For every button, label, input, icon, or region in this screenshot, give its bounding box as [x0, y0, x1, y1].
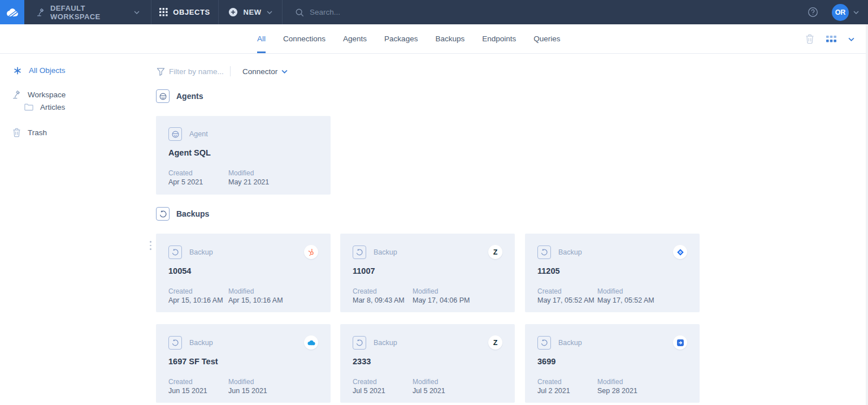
salesforce-icon — [304, 335, 318, 350]
card-title: 10054 — [168, 266, 318, 275]
card-title: Agent SQL — [168, 148, 318, 157]
card-title: 2333 — [353, 357, 502, 366]
objects-label: OBJECTS — [173, 8, 210, 16]
chevron-down-icon — [281, 70, 288, 74]
object-card-backup-11205[interactable]: Backup 11205 Created May 17, 05:52 AM Mo… — [525, 234, 700, 312]
tab-agents[interactable]: Agents — [343, 24, 367, 53]
scrollbar[interactable] — [866, 24, 868, 405]
tab-packages[interactable]: Packages — [384, 24, 418, 53]
modified-value: Jun 15 2021 — [228, 387, 267, 395]
card-title: 1697 SF Test — [168, 357, 318, 366]
backup-restore-icon — [156, 207, 170, 221]
backup-restore-icon — [353, 336, 366, 350]
workspace-icon — [36, 7, 45, 17]
created-value: Jun 15 2021 — [168, 387, 228, 395]
app-window: DEFAULT WORKSPACE OBJECTS NEW — [0, 0, 868, 405]
sidebar-label: Articles — [40, 103, 65, 111]
tabs: All Connections Agents Packages Backups … — [257, 24, 561, 53]
card-type-label: Backup — [189, 248, 213, 256]
card-header: Backup Z — [353, 335, 502, 350]
tab-endpoints[interactable]: Endpoints — [482, 24, 516, 53]
object-card-backup-1697-sf-test[interactable]: Backup 1697 SF Test Created Jun 15 2021 … — [156, 324, 331, 403]
search-input[interactable] — [310, 8, 445, 16]
object-card-backup-11007[interactable]: Backup Z 11007 Created Mar 8, 09:43 AM M… — [340, 234, 515, 312]
tab-queries[interactable]: Queries — [533, 24, 560, 53]
modified-label: Modified — [228, 287, 283, 295]
created-label: Created — [168, 287, 228, 295]
sidebar-label: Trash — [28, 128, 47, 137]
view-actions — [805, 24, 854, 54]
modified-label: Modified — [597, 287, 654, 295]
skyvia-cloud-logo[interactable] — [0, 0, 24, 24]
folder-icon — [24, 104, 34, 111]
created-value: May 17, 05:52 AM — [537, 296, 597, 304]
chevron-down-icon — [267, 11, 272, 14]
modified-label: Modified — [597, 378, 637, 386]
connector-filter-dropdown[interactable]: Connector — [242, 67, 288, 76]
modified-value: Apr 15, 10:16 AM — [228, 296, 283, 304]
search-icon — [295, 8, 304, 17]
card-type-label: Backup — [374, 339, 397, 347]
trash-icon[interactable] — [805, 34, 814, 44]
created-value: Jul 2 2021 — [537, 387, 597, 395]
sidebar-item-articles-folder[interactable]: Articles — [24, 103, 65, 111]
card-type-label: Backup — [558, 339, 582, 347]
tab-connections[interactable]: Connections — [283, 24, 326, 53]
tab-all[interactable]: All — [257, 24, 266, 53]
card-type-label: Agent — [189, 130, 208, 138]
modified-value: May 17, 05:52 AM — [597, 296, 654, 304]
workspace-switcher[interactable]: DEFAULT WORKSPACE — [24, 0, 151, 24]
modified-value: May 17, 04:06 PM — [413, 296, 470, 304]
objects-nav-button[interactable]: OBJECTS — [151, 0, 219, 24]
card-type-label: Backup — [558, 248, 582, 256]
created-label: Created — [537, 378, 597, 386]
card-meta: Created Jul 2 2021 Modified Sep 28 2021 — [537, 378, 687, 395]
agent-icon — [168, 127, 182, 141]
card-meta: Created Apr 15, 10:16 AM Modified Apr 15… — [168, 287, 318, 304]
backup-restore-icon — [537, 336, 551, 350]
trash-icon — [11, 128, 21, 137]
sidebar-label: All Objects — [29, 66, 66, 75]
sidebar-item-workspace[interactable]: Workspace — [11, 89, 66, 100]
backups-section-header: Backups — [156, 207, 209, 221]
card-header: Agent — [168, 127, 318, 141]
help-icon[interactable] — [808, 7, 818, 18]
workspace-icon — [11, 89, 21, 100]
plus-icon — [228, 7, 238, 17]
chevron-down-icon[interactable] — [848, 37, 854, 41]
modified-label: Modified — [413, 287, 470, 295]
modified-label: Modified — [228, 169, 269, 177]
asterisk-icon — [12, 67, 23, 75]
card-meta: Created Jun 15 2021 Modified Jun 15 2021 — [168, 378, 318, 395]
created-value: Mar 8, 09:43 AM — [353, 296, 413, 304]
top-navigation-bar: DEFAULT WORKSPACE OBJECTS NEW — [0, 0, 868, 24]
zendesk-icon: Z — [488, 335, 502, 350]
sidebar-item-all-objects[interactable]: All Objects — [12, 66, 66, 75]
card-meta: Created May 17, 05:52 AM Modified May 17… — [537, 287, 687, 304]
avatar: OR — [832, 4, 849, 21]
drag-handle-icon[interactable] — [149, 240, 153, 251]
created-label: Created — [168, 169, 228, 177]
created-value: Apr 15, 10:16 AM — [168, 296, 228, 304]
filter-by-name-input[interactable] — [169, 67, 225, 76]
card-header: Backup — [537, 335, 687, 350]
card-meta: Created Mar 8, 09:43 AM Modified May 17,… — [353, 287, 502, 304]
global-search — [283, 0, 808, 24]
sidebar-item-trash[interactable]: Trash — [11, 128, 47, 137]
modified-value: May 21 2021 — [228, 178, 269, 186]
card-title: 11007 — [353, 266, 502, 275]
card-meta: Created Apr 5 2021 Modified May 21 2021 — [168, 169, 318, 186]
object-card-agent-sql[interactable]: Agent Agent SQL Created Apr 5 2021 Modif… — [156, 116, 331, 195]
modified-label: Modified — [413, 378, 445, 386]
user-menu[interactable]: OR — [832, 4, 859, 21]
tab-backups[interactable]: Backups — [435, 24, 465, 53]
created-value: Apr 5 2021 — [168, 178, 228, 186]
object-card-backup-10054[interactable]: Backup 10054 Created Apr 15, 10:16 AM Mo… — [156, 234, 331, 312]
object-card-backup-2333[interactable]: Backup Z 2333 Created Jul 5 2021 Modifie… — [340, 324, 515, 403]
modified-value: Sep 28 2021 — [597, 387, 637, 395]
agents-section-header: Agents — [156, 89, 203, 103]
object-card-backup-3699[interactable]: Backup 3699 Created Jul 2 2021 Modified … — [525, 324, 700, 403]
grid-icon — [159, 8, 168, 16]
grid-view-icon[interactable] — [826, 36, 836, 43]
new-menu-button[interactable]: NEW — [219, 0, 283, 24]
